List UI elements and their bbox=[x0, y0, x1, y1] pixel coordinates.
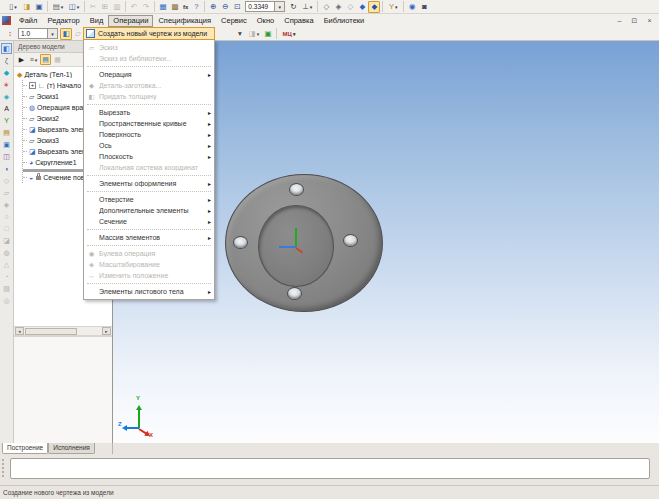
menu-item: ▱ Эскиз bbox=[84, 42, 214, 53]
menu-item[interactable]: Плоскость bbox=[84, 151, 214, 162]
icon-glyph: ↶ bbox=[131, 2, 137, 11]
restore-button[interactable]: ⊡ bbox=[629, 16, 640, 26]
expander-icon[interactable] bbox=[29, 82, 36, 89]
panel-surfaces-icon[interactable]: ◆ bbox=[1, 67, 12, 78]
zoom-area-icon[interactable]: ⊡ bbox=[231, 1, 243, 13]
panel-filters-icon[interactable]: ▣ bbox=[1, 139, 12, 150]
scrollbar-thumb[interactable] bbox=[25, 328, 77, 335]
bottom-tabs-row: ПостроениеИсполнения bbox=[0, 443, 659, 454]
menu-help[interactable]: Справка bbox=[279, 15, 318, 27]
menu-item[interactable]: Массив элементов bbox=[84, 232, 214, 243]
paste-icon: ▥ bbox=[111, 1, 123, 13]
property-bar-input[interactable] bbox=[10, 458, 650, 479]
menu-item[interactable]: Пространственные кривые bbox=[84, 118, 214, 129]
combo-dropdown-icon[interactable] bbox=[274, 2, 284, 11]
panel-designations-icon[interactable]: Y bbox=[1, 115, 12, 126]
current-scale-icon[interactable]: ↕ bbox=[4, 28, 16, 40]
tab-build[interactable]: Построение bbox=[2, 443, 48, 454]
zoom-scale-combo[interactable]: 0.3349 bbox=[245, 1, 285, 12]
menu-item[interactable]: Отверстие bbox=[84, 194, 214, 205]
minimize-button[interactable]: – bbox=[614, 16, 625, 26]
menu-item[interactable]: Операция bbox=[84, 69, 214, 80]
hidden-lines-thin-icon[interactable]: ◇ bbox=[344, 1, 356, 13]
panel-tool-4-icon: ○ bbox=[1, 211, 12, 222]
library-icon[interactable]: ▩ bbox=[169, 1, 181, 13]
tree-pointer-icon[interactable]: ▶ bbox=[16, 54, 27, 65]
panel-specification-icon[interactable]: ◫ bbox=[1, 151, 12, 162]
bolt-hole-top[interactable] bbox=[289, 183, 304, 196]
menu-item[interactable]: Элементы оформления bbox=[84, 178, 214, 189]
bolt-hole-bottom[interactable] bbox=[287, 287, 302, 300]
separator bbox=[204, 1, 205, 12]
panel-arrays-icon[interactable]: ∗ bbox=[1, 79, 12, 90]
menu-file[interactable]: Файл bbox=[14, 15, 42, 27]
new-drawing-icon bbox=[86, 29, 95, 38]
new-document-icon[interactable]: ▯ bbox=[5, 1, 21, 13]
menu-editor[interactable]: Редактор bbox=[42, 15, 84, 27]
icon-glyph: Y bbox=[389, 2, 394, 11]
current-mode-icon[interactable]: ◧ bbox=[60, 28, 72, 40]
tree-horizontal-scrollbar[interactable]: ◂ ▸ bbox=[14, 326, 112, 335]
display-params-icon[interactable]: Y bbox=[385, 1, 401, 13]
scroll-right-icon[interactable]: ▸ bbox=[102, 327, 111, 335]
panel-aux-geometry-icon[interactable]: ◈ bbox=[1, 91, 12, 102]
tree-structure-icon[interactable]: ▤ bbox=[40, 54, 51, 65]
what-is-this-icon[interactable]: ? bbox=[190, 1, 202, 13]
panel-measure-icon[interactable]: ▤ bbox=[1, 127, 12, 138]
menu-item-create-drawing-from-model[interactable]: Создать новый чертеж из модели bbox=[83, 27, 215, 40]
tree-item-icon: ▱ bbox=[29, 115, 34, 123]
model-color-icon[interactable]: ▣ bbox=[262, 28, 274, 40]
bolt-hole-left[interactable] bbox=[233, 236, 248, 249]
combo-dropdown-icon[interactable] bbox=[47, 29, 57, 38]
icon-glyph: ↕ bbox=[8, 29, 12, 38]
tree-view-mode-icon[interactable]: ≡ bbox=[28, 54, 39, 65]
model-modes-icon[interactable]: ◙ bbox=[418, 1, 430, 13]
panel-edit-part-icon[interactable]: ◧ bbox=[1, 43, 12, 54]
menu-item[interactable]: Ось bbox=[84, 140, 214, 151]
property-bar-grip[interactable] bbox=[2, 459, 8, 477]
icon-glyph: ▦ bbox=[159, 2, 166, 11]
submenu-arrow-icon bbox=[205, 196, 214, 203]
open-icon[interactable]: ◨ bbox=[21, 1, 33, 13]
save-icon[interactable]: ▣ bbox=[33, 1, 45, 13]
properties-icon[interactable]: ▦ bbox=[157, 1, 169, 13]
zoom-in-icon[interactable]: ⊕ bbox=[207, 1, 219, 13]
menu-item-label: Создать новый чертеж из модели bbox=[98, 30, 207, 37]
panel-reports-icon[interactable]: ◖ bbox=[1, 163, 12, 174]
menu-item[interactable]: Элементы листового тела bbox=[84, 286, 214, 297]
menu-operations[interactable]: Операции bbox=[108, 15, 153, 27]
scroll-left-icon[interactable]: ◂ bbox=[15, 327, 24, 335]
refresh-icon[interactable]: ↻ bbox=[287, 1, 299, 13]
menu-item[interactable]: Дополнительные элементы bbox=[84, 205, 214, 216]
hidden-lines-icon[interactable]: ◈ bbox=[332, 1, 344, 13]
menu-item[interactable]: Сечение bbox=[84, 216, 214, 227]
wireframe-icon[interactable]: ◇ bbox=[320, 1, 332, 13]
shaded-view-icon[interactable]: ◆ bbox=[368, 1, 380, 13]
panel-tool-10-icon: ▨ bbox=[1, 283, 12, 294]
print-preview-icon[interactable]: ◫ bbox=[66, 1, 82, 13]
tab-versions[interactable]: Исполнения bbox=[48, 443, 95, 454]
print-icon[interactable]: ▤ bbox=[50, 1, 66, 13]
submenu-arrow-icon bbox=[205, 250, 214, 257]
menu-view[interactable]: Вид bbox=[85, 15, 109, 27]
variables-icon[interactable]: fx bbox=[181, 1, 190, 13]
menu-item[interactable]: Поверхность bbox=[84, 129, 214, 140]
menu-specification[interactable]: Спецификация bbox=[153, 15, 216, 27]
menu-libraries[interactable]: Библиотеки bbox=[319, 15, 370, 27]
menu-window[interactable]: Окно bbox=[252, 15, 279, 27]
bolt-hole-right[interactable] bbox=[343, 234, 358, 247]
close-button[interactable]: × bbox=[644, 16, 655, 26]
menu-service[interactable]: Сервис bbox=[216, 15, 252, 27]
orientation-sphere-icon[interactable]: ◉ bbox=[406, 1, 418, 13]
mcx-icon[interactable]: МЦ bbox=[279, 28, 299, 40]
more-commands-icon[interactable]: ▾ bbox=[234, 28, 246, 40]
current-step-combo[interactable]: 1.0 bbox=[18, 28, 58, 39]
solid-view-icon[interactable]: ◆ bbox=[356, 1, 368, 13]
menu-item[interactable]: Вырезать bbox=[84, 107, 214, 118]
panel-dimensions-icon[interactable]: A bbox=[1, 103, 12, 114]
panel-tool-7-icon: ◍ bbox=[1, 247, 12, 258]
icon-glyph: ◨ bbox=[249, 29, 256, 38]
orientation-icon[interactable]: ⊥ bbox=[299, 1, 315, 13]
panel-curves-icon[interactable]: ζ bbox=[1, 55, 12, 66]
zoom-out-icon[interactable]: ⊖ bbox=[219, 1, 231, 13]
